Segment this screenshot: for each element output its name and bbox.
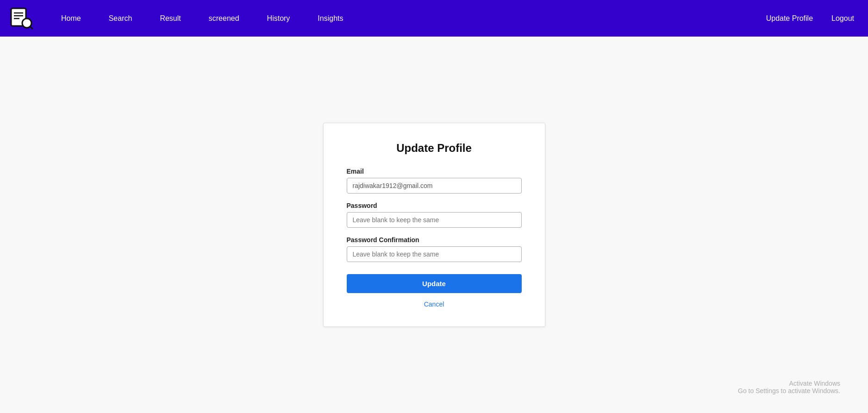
cancel-link[interactable]: Cancel (347, 300, 522, 308)
nav-logout[interactable]: Logout (827, 14, 859, 23)
password-input[interactable] (347, 212, 522, 228)
nav-result[interactable]: Result (146, 0, 194, 37)
password-confirm-input[interactable] (347, 246, 522, 262)
password-confirm-label: Password Confirmation (347, 236, 522, 244)
svg-line-5 (30, 26, 32, 29)
navbar-right: Update Profile Logout (762, 14, 859, 23)
nav-search[interactable]: Search (95, 0, 146, 37)
main-content: Update Profile Email Password Password C… (0, 37, 868, 413)
email-input[interactable] (347, 178, 522, 194)
password-group: Password (347, 202, 522, 228)
nav-home[interactable]: Home (47, 0, 95, 37)
nav-history[interactable]: History (253, 0, 304, 37)
update-button[interactable]: Update (347, 274, 522, 293)
windows-notice: Activate Windows Go to Settings to activ… (738, 380, 840, 394)
update-profile-card: Update Profile Email Password Password C… (323, 123, 545, 327)
windows-line1: Activate Windows (738, 380, 840, 387)
email-label: Email (347, 168, 522, 175)
email-group: Email (347, 168, 522, 194)
app-logo (9, 6, 33, 31)
nav-update-profile[interactable]: Update Profile (762, 14, 818, 23)
nav-insights[interactable]: Insights (304, 0, 357, 37)
form-title: Update Profile (347, 142, 522, 155)
navbar: Home Search Result screened History Insi… (0, 0, 868, 37)
nav-screened[interactable]: screened (195, 0, 253, 37)
password-confirm-group: Password Confirmation (347, 236, 522, 262)
password-label: Password (347, 202, 522, 209)
windows-line2: Go to Settings to activate Windows. (738, 387, 840, 394)
nav-links: Home Search Result screened History Insi… (47, 0, 762, 37)
